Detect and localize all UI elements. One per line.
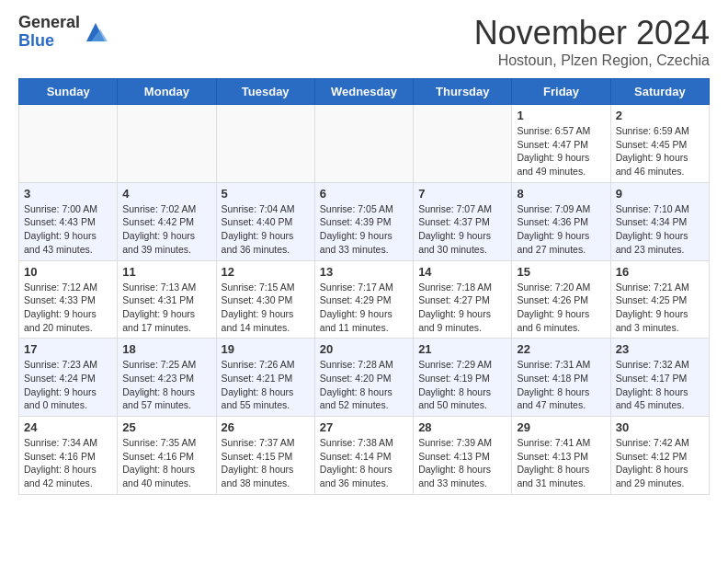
day-info: Sunrise: 7:23 AM Sunset: 4:24 PM Dayligh…: [24, 358, 112, 412]
day-cell-15: 15Sunrise: 7:20 AM Sunset: 4:26 PM Dayli…: [512, 260, 610, 339]
day-info: Sunrise: 6:57 AM Sunset: 4:47 PM Dayligh…: [517, 124, 605, 178]
day-info: Sunrise: 7:32 AM Sunset: 4:17 PM Dayligh…: [616, 358, 704, 412]
day-number: 4: [122, 187, 210, 201]
header: General Blue November 2024 Hostoun, Plze…: [0, 0, 728, 78]
day-info: Sunrise: 7:10 AM Sunset: 4:34 PM Dayligh…: [616, 202, 704, 257]
week-row-4: 24Sunrise: 7:34 AM Sunset: 4:16 PM Dayli…: [19, 417, 710, 495]
day-number: 15: [517, 265, 605, 279]
day-info: Sunrise: 7:31 AM Sunset: 4:18 PM Dayligh…: [517, 358, 605, 412]
day-info: Sunrise: 7:29 AM Sunset: 4:19 PM Dayligh…: [418, 358, 506, 412]
day-cell-12: 12Sunrise: 7:15 AM Sunset: 4:30 PM Dayli…: [216, 260, 314, 339]
day-info: Sunrise: 7:38 AM Sunset: 4:14 PM Dayligh…: [320, 436, 408, 490]
day-cell-6: 6Sunrise: 7:05 AM Sunset: 4:39 PM Daylig…: [314, 182, 413, 260]
day-info: Sunrise: 7:37 AM Sunset: 4:15 PM Dayligh…: [222, 436, 310, 490]
day-info: Sunrise: 7:21 AM Sunset: 4:25 PM Dayligh…: [616, 281, 704, 335]
day-cell-4: 4Sunrise: 7:02 AM Sunset: 4:42 PM Daylig…: [118, 182, 216, 260]
day-info: Sunrise: 7:15 AM Sunset: 4:30 PM Dayligh…: [222, 281, 310, 335]
day-number: 24: [24, 420, 112, 434]
day-cell-2: 2Sunrise: 6:59 AM Sunset: 4:45 PM Daylig…: [610, 105, 709, 183]
day-number: 30: [616, 420, 704, 434]
day-number: 29: [517, 420, 605, 434]
day-cell-23: 23Sunrise: 7:32 AM Sunset: 4:17 PM Dayli…: [610, 339, 709, 417]
day-info: Sunrise: 6:59 AM Sunset: 4:45 PM Dayligh…: [616, 124, 704, 178]
day-cell-25: 25Sunrise: 7:35 AM Sunset: 4:16 PM Dayli…: [118, 417, 216, 495]
day-cell-21: 21Sunrise: 7:29 AM Sunset: 4:19 PM Dayli…: [414, 339, 512, 417]
day-number: 20: [320, 342, 408, 356]
day-info: Sunrise: 7:00 AM Sunset: 4:43 PM Dayligh…: [24, 202, 112, 257]
day-cell-8: 8Sunrise: 7:09 AM Sunset: 4:36 PM Daylig…: [512, 182, 610, 260]
day-info: Sunrise: 7:18 AM Sunset: 4:27 PM Dayligh…: [418, 281, 506, 335]
day-info: Sunrise: 7:26 AM Sunset: 4:21 PM Dayligh…: [222, 358, 310, 412]
day-cell-19: 19Sunrise: 7:26 AM Sunset: 4:21 PM Dayli…: [216, 339, 314, 417]
day-info: Sunrise: 7:28 AM Sunset: 4:20 PM Dayligh…: [320, 358, 408, 412]
day-cell-9: 9Sunrise: 7:10 AM Sunset: 4:34 PM Daylig…: [610, 182, 709, 260]
week-row-3: 17Sunrise: 7:23 AM Sunset: 4:24 PM Dayli…: [19, 339, 710, 417]
day-cell-26: 26Sunrise: 7:37 AM Sunset: 4:15 PM Dayli…: [216, 417, 314, 495]
day-number: 10: [24, 265, 112, 279]
day-info: Sunrise: 7:35 AM Sunset: 4:16 PM Dayligh…: [122, 436, 210, 490]
day-cell-29: 29Sunrise: 7:41 AM Sunset: 4:13 PM Dayli…: [512, 417, 610, 495]
day-number: 12: [222, 265, 310, 279]
day-number: 19: [222, 342, 310, 356]
day-cell-3: 3Sunrise: 7:00 AM Sunset: 4:43 PM Daylig…: [19, 182, 118, 260]
calendar-table: SundayMondayTuesdayWednesdayThursdayFrid…: [18, 78, 710, 495]
day-number: 25: [122, 420, 210, 434]
day-info: Sunrise: 7:17 AM Sunset: 4:29 PM Dayligh…: [320, 281, 408, 335]
day-number: 9: [616, 187, 704, 201]
day-cell-14: 14Sunrise: 7:18 AM Sunset: 4:27 PM Dayli…: [414, 260, 512, 339]
day-cell-1: 1Sunrise: 6:57 AM Sunset: 4:47 PM Daylig…: [512, 105, 610, 183]
week-row-1: 3Sunrise: 7:00 AM Sunset: 4:43 PM Daylig…: [19, 182, 710, 260]
day-number: 1: [517, 109, 605, 122]
day-cell-20: 20Sunrise: 7:28 AM Sunset: 4:20 PM Dayli…: [314, 339, 413, 417]
day-info: Sunrise: 7:39 AM Sunset: 4:13 PM Dayligh…: [418, 436, 506, 490]
day-header-thursday: Thursday: [414, 79, 512, 105]
day-info: Sunrise: 7:20 AM Sunset: 4:26 PM Dayligh…: [517, 281, 605, 335]
logo-icon: [82, 18, 109, 46]
day-cell-empty-1: [118, 105, 216, 183]
day-number: 27: [320, 420, 408, 434]
day-number: 5: [222, 187, 310, 201]
header-row: SundayMondayTuesdayWednesdayThursdayFrid…: [19, 79, 710, 105]
day-header-friday: Friday: [512, 79, 610, 105]
week-row-0: 1Sunrise: 6:57 AM Sunset: 4:47 PM Daylig…: [19, 105, 710, 183]
day-cell-7: 7Sunrise: 7:07 AM Sunset: 4:37 PM Daylig…: [414, 182, 512, 260]
day-number: 2: [616, 109, 704, 122]
day-info: Sunrise: 7:42 AM Sunset: 4:12 PM Dayligh…: [616, 436, 704, 490]
day-cell-18: 18Sunrise: 7:25 AM Sunset: 4:23 PM Dayli…: [118, 339, 216, 417]
day-cell-10: 10Sunrise: 7:12 AM Sunset: 4:33 PM Dayli…: [19, 260, 118, 339]
day-number: 18: [122, 342, 210, 356]
day-cell-empty-3: [314, 105, 413, 183]
day-cell-16: 16Sunrise: 7:21 AM Sunset: 4:25 PM Dayli…: [610, 260, 709, 339]
day-number: 16: [616, 265, 704, 279]
day-number: 26: [222, 420, 310, 434]
week-row-2: 10Sunrise: 7:12 AM Sunset: 4:33 PM Dayli…: [19, 260, 710, 339]
day-cell-5: 5Sunrise: 7:04 AM Sunset: 4:40 PM Daylig…: [216, 182, 314, 260]
day-info: Sunrise: 7:12 AM Sunset: 4:33 PM Dayligh…: [24, 281, 112, 335]
page-container: General Blue November 2024 Hostoun, Plze…: [0, 0, 728, 504]
day-header-wednesday: Wednesday: [314, 79, 413, 105]
day-number: 17: [24, 342, 112, 356]
day-info: Sunrise: 7:13 AM Sunset: 4:31 PM Dayligh…: [122, 281, 210, 335]
day-info: Sunrise: 7:02 AM Sunset: 4:42 PM Dayligh…: [122, 202, 210, 257]
day-cell-empty-4: [414, 105, 512, 183]
location: Hostoun, Plzen Region, Czechia: [474, 52, 710, 69]
day-number: 23: [616, 342, 704, 356]
day-cell-30: 30Sunrise: 7:42 AM Sunset: 4:12 PM Dayli…: [610, 417, 709, 495]
logo: General Blue: [18, 14, 109, 51]
day-cell-empty-2: [216, 105, 314, 183]
day-cell-28: 28Sunrise: 7:39 AM Sunset: 4:13 PM Dayli…: [414, 417, 512, 495]
day-number: 13: [320, 265, 408, 279]
day-cell-22: 22Sunrise: 7:31 AM Sunset: 4:18 PM Dayli…: [512, 339, 610, 417]
day-number: 28: [418, 420, 506, 434]
day-header-saturday: Saturday: [610, 79, 709, 105]
day-number: 6: [320, 187, 408, 201]
day-cell-17: 17Sunrise: 7:23 AM Sunset: 4:24 PM Dayli…: [19, 339, 118, 417]
day-info: Sunrise: 7:25 AM Sunset: 4:23 PM Dayligh…: [122, 358, 210, 412]
calendar-wrapper: SundayMondayTuesdayWednesdayThursdayFrid…: [0, 78, 728, 504]
day-info: Sunrise: 7:04 AM Sunset: 4:40 PM Dayligh…: [222, 202, 310, 257]
day-number: 21: [418, 342, 506, 356]
day-header-monday: Monday: [118, 79, 216, 105]
month-title: November 2024: [474, 14, 710, 52]
day-cell-11: 11Sunrise: 7:13 AM Sunset: 4:31 PM Dayli…: [118, 260, 216, 339]
day-cell-13: 13Sunrise: 7:17 AM Sunset: 4:29 PM Dayli…: [314, 260, 413, 339]
